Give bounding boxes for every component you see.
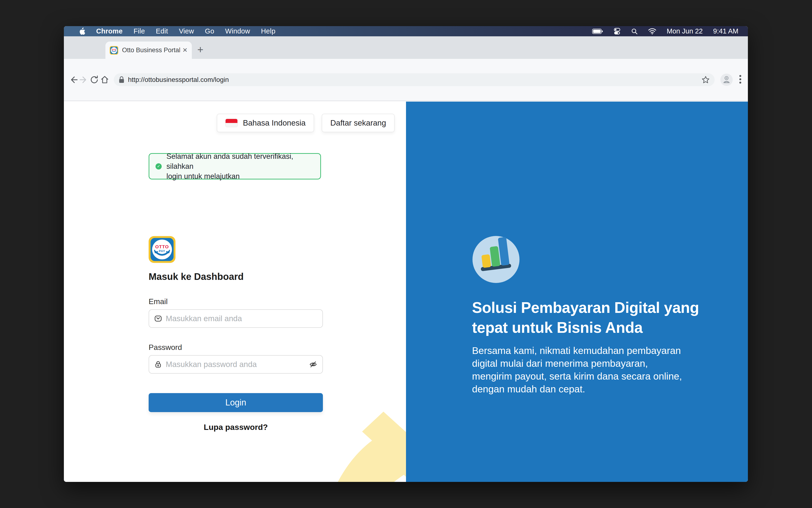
tab-title: Otto Business Portal [122,46,180,54]
hero-heading: Solusi Pembayaran Digital yang tepat unt… [472,298,710,338]
register-button-label: Daftar sekarang [330,119,386,127]
spotlight-search-icon[interactable] [631,28,638,35]
menu-item-window[interactable]: Window [225,27,250,35]
menu-item-chrome[interactable]: Chrome [96,27,123,35]
menu-item-edit[interactable]: Edit [156,27,168,35]
email-label: Email [148,297,168,306]
ottopay-favicon [110,46,118,55]
home-icon[interactable] [99,75,110,85]
password-field-wrap [148,355,323,374]
password-label: Password [148,343,182,352]
bar-chart-illustration [472,236,519,283]
check-circle-icon: ✓ [156,163,162,169]
wifi-icon[interactable] [648,28,656,34]
forward-icon[interactable] [79,75,89,85]
logo-pay-text: PAY [159,250,165,253]
lock-icon [154,361,162,368]
control-center-icon[interactable] [613,28,621,35]
alert-message: Selamat akun anda sudah terverifikasi, s… [166,152,314,181]
browser-tab[interactable]: Otto Business Portal ✕ [105,42,192,59]
hero-body: Bersama kami, nikmati kemudahan pembayar… [472,344,721,395]
email-field-wrap [148,309,323,328]
menu-item-file[interactable]: File [133,27,145,35]
menu-bar-time[interactable]: 9:41 AM [713,27,738,35]
language-button[interactable]: Bahasa Indonesia [217,114,314,132]
reload-icon[interactable] [89,75,99,85]
padlock-icon[interactable] [119,76,125,83]
menu-item-help[interactable]: Help [261,27,275,35]
ottopay-logo: OTTO PAY [148,236,175,263]
indonesia-flag-icon [225,119,238,127]
chrome-menu-icon[interactable] [739,74,742,85]
login-panel: Bahasa Indonesia Daftar sekarang ✓ Selam… [64,101,406,482]
address-bar[interactable]: http://ottobusinessportal.com/login [114,73,715,86]
top-actions: Bahasa Indonesia Daftar sekarang [217,114,395,132]
page-content: Bahasa Indonesia Daftar sekarang ✓ Selam… [64,101,748,482]
profile-avatar-icon[interactable] [720,74,733,86]
macos-menu-bar: Chrome File Edit View Go Window Help Mon… [64,26,748,36]
browser-window: Chrome File Edit View Go Window Help Mon… [64,26,748,482]
email-icon [154,315,162,322]
password-input[interactable] [166,360,309,369]
menu-item-go[interactable]: Go [205,27,214,35]
back-icon[interactable] [68,75,79,85]
apple-menu-icon[interactable] [79,28,85,35]
login-button[interactable]: Login [148,393,323,412]
page-title: Masuk ke Dashboard [148,271,244,282]
success-alert: ✓ Selamat akun anda sudah terverifikasi,… [148,153,321,179]
tab-strip: Otto Business Portal ✕ + [64,36,748,59]
email-input[interactable] [166,314,317,323]
toggle-password-visibility-icon[interactable] [309,361,317,369]
new-tab-icon[interactable]: + [197,42,204,57]
url-text[interactable]: http://ottobusinessportal.com/login [128,76,701,84]
menu-item-view[interactable]: View [179,27,194,35]
logo-otto-text: OTTO [155,244,169,249]
browser-toolbar: http://ottobusinessportal.com/login [64,59,748,101]
tab-close-icon[interactable]: ✕ [182,46,187,54]
language-button-label: Bahasa Indonesia [243,119,306,127]
battery-icon[interactable] [592,29,603,34]
register-button[interactable]: Daftar sekarang [322,114,395,132]
forgot-password-link[interactable]: Lupa password? [148,423,323,432]
menu-bar-date[interactable]: Mon Jun 22 [667,27,703,35]
bookmark-star-icon[interactable] [701,76,710,84]
hero-panel: Solusi Pembayaran Digital yang tepat unt… [406,101,748,482]
